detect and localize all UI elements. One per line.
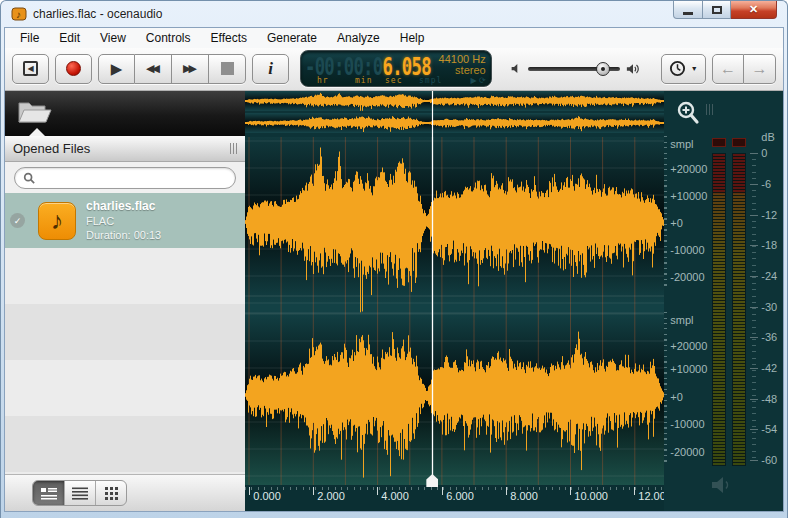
chevron-down-icon: ▼	[691, 65, 698, 72]
view-detail-button[interactable]	[33, 481, 64, 505]
panel-pointer	[29, 128, 45, 136]
close-icon: ✕	[749, 3, 758, 16]
search-row	[5, 162, 245, 193]
db-unit-label: dB	[761, 131, 774, 143]
time-tick: 0.000	[249, 490, 281, 502]
list-view-icon	[72, 487, 88, 500]
scale-label: +0	[670, 217, 683, 229]
window-title: charlies.flac - ocenaudio	[33, 7, 162, 21]
close-button[interactable]: ✕	[731, 1, 777, 19]
minimize-icon	[683, 12, 693, 15]
channel-mode: stereo	[439, 65, 486, 76]
scale-label: smpl	[670, 138, 693, 150]
menu-view[interactable]: View	[90, 29, 136, 47]
record-icon	[66, 61, 81, 76]
file-duration: Duration: 00:13	[86, 228, 161, 242]
maximize-icon	[712, 6, 722, 14]
menu-bar: File Edit View Controls Effects Generate…	[5, 28, 783, 48]
sample-scale-ticks	[664, 312, 667, 462]
editor-area: 0.000 2.000 4.000 6.000 8.000 10.000 12.…	[245, 91, 664, 511]
panel-header[interactable]: Opened Files	[5, 136, 245, 162]
speaker-low-icon	[510, 62, 523, 75]
view-mode-bar	[5, 474, 245, 511]
scale-label: -20000	[670, 446, 704, 458]
sidebar-opened-files: Opened Files ✓ ♪ ch	[5, 91, 245, 511]
back-button[interactable]: ←	[712, 54, 744, 84]
scale-label: -20000	[670, 271, 704, 283]
view-grid-button[interactable]	[95, 481, 126, 505]
volume-slider-knob[interactable]	[596, 62, 610, 76]
time-format-button[interactable]: ▼	[661, 54, 706, 84]
menu-generate[interactable]: Generate	[257, 29, 327, 47]
level-meter-right	[732, 153, 746, 466]
play-button[interactable]: ▶	[98, 54, 135, 84]
menu-file[interactable]: File	[10, 29, 49, 47]
titlebar[interactable]: ♪ charlies.flac - ocenaudio	[4, 1, 784, 27]
waveform-canvas[interactable]	[245, 137, 664, 485]
meters-panel: smpl +20000 +10000 +0 -10000 -20000 smpl…	[664, 91, 783, 511]
maximize-button[interactable]	[703, 1, 731, 19]
file-list-empty-area	[5, 248, 245, 474]
file-name: charlies.flac	[86, 199, 161, 214]
time-tick: 4.000	[377, 490, 409, 502]
db-tick	[750, 215, 758, 216]
db-tick	[750, 337, 758, 338]
toolbar: ◀ ▶ ◀◀ ▶▶ i -00:00:06.058 hr min sec smp…	[5, 48, 783, 91]
folder-icon[interactable]	[17, 97, 53, 125]
scale-label: +20000	[670, 340, 707, 352]
rewind-button[interactable]: ◀◀	[135, 54, 172, 84]
record-button[interactable]	[55, 54, 92, 84]
scale-label: smpl	[670, 314, 693, 326]
db-value: 0	[761, 147, 767, 159]
fast-forward-button[interactable]: ▶▶	[172, 54, 209, 84]
peak-indicator-right	[732, 138, 746, 147]
meters-grip-icon[interactable]	[706, 104, 713, 115]
waveform-overview[interactable]	[245, 91, 664, 137]
speaker-high-icon	[625, 62, 641, 76]
db-value: -18	[761, 239, 777, 251]
time-tick: 2.000	[313, 490, 345, 502]
zoom-in-icon[interactable]	[676, 100, 700, 126]
skip-to-start-icon: ◀	[23, 61, 38, 76]
view-mode-group	[32, 480, 127, 506]
unit-hr: hr	[317, 76, 329, 85]
volume-control	[510, 62, 641, 76]
audio-file-icon: ♪	[38, 202, 76, 240]
mute-speaker-icon[interactable]	[710, 475, 736, 495]
db-tick	[750, 399, 758, 400]
transport-group: ▶ ◀◀ ▶▶	[98, 54, 246, 84]
menu-help[interactable]: Help	[390, 29, 435, 47]
menu-effects[interactable]: Effects	[201, 29, 257, 47]
go-to-start-button[interactable]: ◀	[12, 54, 49, 84]
menu-edit[interactable]: Edit	[49, 29, 90, 47]
time-display: -00:00:06.058 hr min sec smpl 44100 Hz s…	[300, 50, 492, 87]
db-tick	[750, 307, 758, 308]
detail-view-icon	[41, 487, 57, 500]
transport-hint-icons: ▶ ⟳	[439, 76, 486, 85]
scale-label: -10000	[670, 244, 704, 256]
unit-min: min	[355, 76, 372, 85]
db-value: -30	[761, 301, 777, 313]
time-tick: 8.000	[506, 490, 538, 502]
scale-label: +20000	[670, 163, 707, 175]
minimize-button[interactable]	[673, 1, 703, 19]
db-tick	[750, 153, 758, 154]
menu-controls[interactable]: Controls	[136, 29, 201, 47]
db-value: -6	[761, 178, 771, 190]
time-ruler[interactable]: 0.000 2.000 4.000 6.000 8.000 10.000 12.…	[245, 485, 664, 511]
db-tick	[750, 368, 758, 369]
file-list-item-selected[interactable]: ✓ ♪ charlies.flac FLAC Duration: 00:13	[5, 193, 245, 248]
file-check-icon: ✓	[10, 213, 25, 228]
arrow-right-icon: →	[752, 61, 768, 77]
info-button[interactable]: i	[252, 54, 289, 84]
db-minor-ticks	[752, 153, 756, 463]
forward-button[interactable]: →	[744, 54, 776, 84]
menu-analyze[interactable]: Analyze	[327, 29, 390, 47]
search-icon	[23, 172, 35, 184]
search-input[interactable]	[40, 171, 227, 185]
volume-slider[interactable]	[528, 67, 620, 71]
stop-button[interactable]	[209, 54, 246, 84]
panel-grip-icon[interactable]	[230, 143, 237, 154]
rewind-icon: ◀◀	[146, 63, 160, 74]
view-list-button[interactable]	[64, 481, 95, 505]
